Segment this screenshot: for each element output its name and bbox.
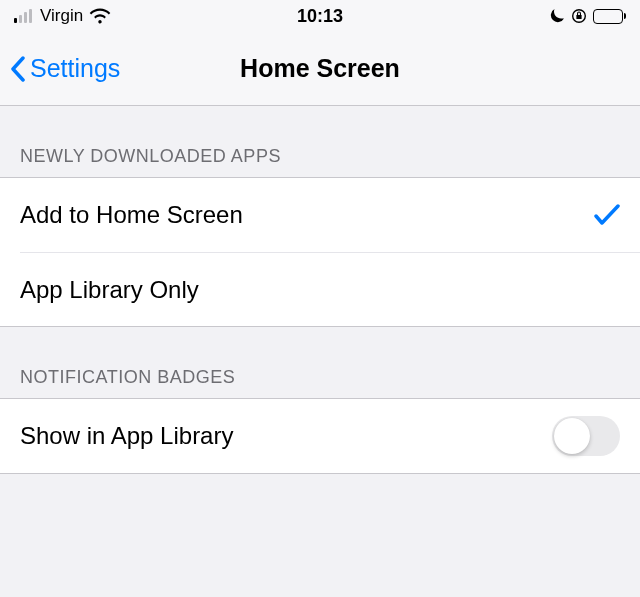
battery-icon [593, 9, 627, 24]
back-button[interactable]: Settings [0, 54, 120, 83]
carrier-label: Virgin [40, 6, 83, 26]
switch-show-in-app-library[interactable] [552, 416, 620, 456]
row-label: Add to Home Screen [20, 201, 243, 229]
back-label: Settings [30, 54, 120, 83]
status-bar: Virgin 10:13 [0, 0, 640, 32]
row-app-library-only[interactable]: App Library Only [20, 252, 640, 326]
section-header-notification-badges: NOTIFICATION BADGES [0, 367, 640, 398]
list-notification-badges: Show in App Library [0, 398, 640, 474]
row-add-to-home-screen[interactable]: Add to Home Screen [0, 178, 640, 252]
section-notification-badges: NOTIFICATION BADGES Show in App Library [0, 367, 640, 474]
section-newly-downloaded: NEWLY DOWNLOADED APPS Add to Home Screen… [0, 146, 640, 327]
nav-bar: Settings Home Screen [0, 32, 640, 106]
orientation-lock-icon [571, 8, 587, 24]
row-label: Show in App Library [20, 422, 233, 450]
clock-label: 10:13 [297, 6, 343, 27]
wifi-icon [89, 8, 111, 24]
row-show-in-app-library: Show in App Library [0, 399, 640, 473]
section-header-newly-downloaded: NEWLY DOWNLOADED APPS [0, 146, 640, 177]
list-newly-downloaded: Add to Home Screen App Library Only [0, 177, 640, 327]
page-title: Home Screen [240, 54, 400, 83]
status-left: Virgin [14, 6, 111, 26]
do-not-disturb-icon [549, 8, 565, 24]
chevron-left-icon [10, 56, 26, 82]
cellular-signal-icon [14, 9, 32, 23]
switch-knob [554, 418, 590, 454]
checkmark-icon [594, 204, 620, 226]
row-label: App Library Only [20, 276, 199, 304]
status-right [549, 8, 627, 24]
